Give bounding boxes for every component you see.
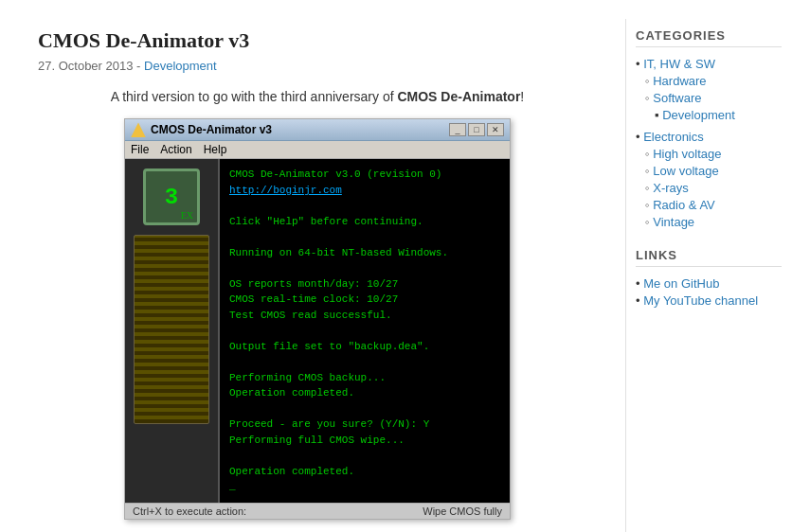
intro-bold: CMOS De-Animator [397, 89, 520, 104]
intro-text: A third version to go with the third ann… [111, 89, 398, 104]
link-youtube: My YouTube channel [636, 293, 782, 308]
maximize-button[interactable]: □ [468, 123, 485, 136]
terminal-line-4: Click "Help" before continuing. [229, 214, 500, 230]
category-software-link[interactable]: Software [653, 91, 701, 105]
terminal-line-20: Operation completed. [229, 464, 500, 480]
app-sidebar: 3 EX [125, 159, 220, 503]
terminal-line-9: CMOS real-time clock: 10/27 [229, 292, 500, 308]
main-content: CMOS De-Animator v3 27. October 2013 - D… [0, 19, 625, 532]
meta-separator: - [136, 59, 144, 73]
links-title: LINKS [636, 248, 782, 267]
terminal-link[interactable]: http://boginjr.com [229, 185, 342, 196]
github-link[interactable]: Me on GitHub [643, 276, 719, 291]
category-hardware-link[interactable]: Hardware [653, 74, 706, 88]
category-high-voltage-link[interactable]: High voltage [653, 147, 721, 161]
menu-help[interactable]: Help [204, 143, 227, 156]
terminal-line-12: Output file set to "backup.dea". [229, 339, 500, 355]
article-meta: 27. October 2013 - Development [38, 59, 597, 73]
category-vintage-link[interactable]: Vintage [653, 215, 694, 229]
article-title: CMOS De-Animator v3 [38, 28, 597, 53]
window-title-text: CMOS De-Animator v3 [151, 123, 272, 136]
terminal-line-16 [229, 401, 500, 417]
terminal-line-11 [229, 323, 500, 339]
category-vintage: Vintage [636, 215, 782, 229]
app-logo: 3 EX [143, 168, 200, 225]
window-body: 3 EX CMOS De-Animator v3.0 (revision 0) … [125, 159, 510, 503]
logo-number: 3 [165, 185, 178, 210]
category-it-hw-sw-link[interactable]: IT, HW & SW [643, 57, 715, 71]
category-low-voltage-link[interactable]: Low voltage [653, 164, 718, 178]
category-development-link[interactable]: Development [662, 108, 735, 122]
window-statusbar: Ctrl+X to execute action: Wipe CMOS full… [125, 503, 510, 519]
terminal-line-17: Proceed - are you sure? (Y/N): Y [229, 417, 500, 433]
categories-list: IT, HW & SW Hardware Software Developmen… [636, 57, 782, 229]
terminal-line-6: Running on 64-bit NT-based Windows. [229, 245, 500, 261]
categories-title: CATEGORIES [636, 28, 782, 47]
category-development: Development [636, 108, 782, 122]
links-list: Me on GitHub My YouTube channel [636, 276, 782, 308]
article-intro: A third version to go with the third ann… [38, 86, 597, 107]
category-software: Software [636, 91, 782, 105]
article-date: 27. October 2013 [38, 59, 133, 73]
youtube-link[interactable]: My YouTube channel [643, 293, 758, 308]
app-side-decoration [134, 235, 209, 424]
article-category-link[interactable]: Development [144, 59, 217, 73]
category-it-hw-sw: IT, HW & SW [636, 57, 782, 71]
category-high-voltage: High voltage [636, 147, 782, 161]
terminal-line-5 [229, 229, 500, 245]
minimize-button[interactable]: _ [449, 123, 466, 136]
links-section: LINKS Me on GitHub My YouTube channel [636, 248, 782, 308]
menu-action[interactable]: Action [160, 143, 191, 156]
terminal-line-1: CMOS De-Animator v3.0 (revision 0) [229, 167, 500, 183]
terminal-line-8: OS reports month/day: 10/27 [229, 276, 500, 293]
terminal-line-14: Performing CMOS backup... [229, 370, 500, 386]
category-x-rays-link[interactable]: X-rays [653, 181, 689, 195]
sidebar: CATEGORIES IT, HW & SW Hardware Software… [625, 19, 801, 532]
app-icon [131, 122, 146, 137]
terminal-line-2: http://boginjr.com [229, 183, 500, 199]
screenshot-container: CMOS De-Animator v3 _ □ ✕ File Action He… [38, 118, 597, 520]
intro-end: ! [520, 89, 524, 104]
window-title-left: CMOS De-Animator v3 [131, 122, 272, 137]
terminal-line-15: Operation completed. [229, 385, 500, 401]
terminal-cursor: _ [229, 479, 500, 495]
category-radio-av: Radio & AV [636, 198, 782, 212]
category-hardware: Hardware [636, 74, 782, 88]
category-radio-av-link[interactable]: Radio & AV [653, 198, 715, 212]
logo-ex: EX [181, 210, 193, 221]
terminal-line-3 [229, 198, 500, 214]
terminal-line-18: Performing full CMOS wipe... [229, 433, 500, 449]
terminal-line-10: Test CMOS read successful. [229, 308, 500, 324]
window-controls: _ □ ✕ [449, 123, 504, 136]
terminal-line-13 [229, 354, 500, 370]
category-electronics: Electronics [636, 130, 782, 144]
terminal-line-19 [229, 448, 500, 464]
statusbar-right: Wipe CMOS fully [423, 505, 502, 517]
category-x-rays: X-rays [636, 181, 782, 195]
window-titlebar: CMOS De-Animator v3 _ □ ✕ [125, 119, 510, 141]
statusbar-left: Ctrl+X to execute action: [133, 505, 246, 517]
app-window: CMOS De-Animator v3 _ □ ✕ File Action He… [124, 118, 511, 520]
menu-file[interactable]: File [131, 143, 149, 156]
terminal-area: CMOS De-Animator v3.0 (revision 0) http:… [220, 159, 510, 503]
window-menubar: File Action Help [125, 141, 510, 159]
category-electronics-link[interactable]: Electronics [643, 130, 704, 144]
terminal-line-7 [229, 260, 500, 276]
close-button[interactable]: ✕ [487, 123, 504, 136]
link-github: Me on GitHub [636, 276, 782, 291]
category-low-voltage: Low voltage [636, 164, 782, 178]
